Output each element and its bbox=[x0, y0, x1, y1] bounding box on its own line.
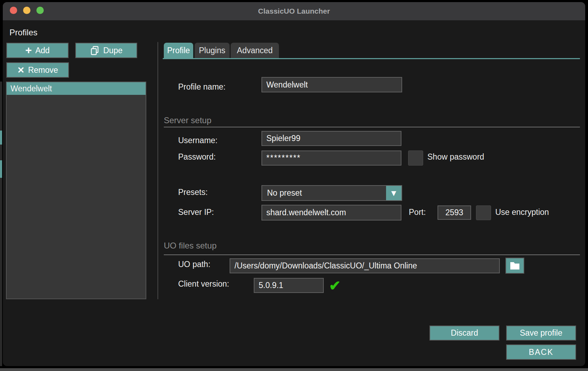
panel-divider bbox=[158, 42, 158, 299]
uo-files-setup-rule bbox=[164, 254, 580, 255]
tab-underline bbox=[163, 58, 580, 59]
close-button[interactable] bbox=[10, 7, 17, 14]
add-button-label: Add bbox=[35, 46, 50, 55]
client-version-input[interactable] bbox=[254, 278, 324, 293]
zoom-button[interactable] bbox=[36, 7, 44, 14]
screen: ClassicUO Launcher Profiles + Add Dupe ✕… bbox=[0, 0, 588, 371]
copy-icon bbox=[90, 46, 100, 55]
x-icon: ✕ bbox=[17, 66, 24, 75]
tab-plugins[interactable]: Plugins bbox=[195, 43, 230, 58]
presets-dropdown[interactable]: No preset ▼ bbox=[261, 185, 402, 201]
discard-button[interactable]: Discard bbox=[429, 326, 499, 341]
check-icon: ✔ bbox=[329, 279, 341, 293]
password-input[interactable] bbox=[261, 150, 401, 166]
background-window-sliver bbox=[0, 82, 2, 366]
use-encryption-label: Use encryption bbox=[495, 206, 549, 218]
save-profile-button[interactable]: Save profile bbox=[506, 326, 576, 341]
launcher-window: ClassicUO Launcher Profiles + Add Dupe ✕… bbox=[3, 2, 585, 366]
server-ip-label: Server IP: bbox=[178, 206, 214, 218]
profile-list-item-selected[interactable]: Wendelwelt bbox=[7, 82, 146, 95]
dupe-profile-button[interactable]: Dupe bbox=[75, 43, 137, 58]
remove-button-label: Remove bbox=[28, 65, 58, 75]
background-sliver-teal bbox=[0, 131, 2, 145]
dropdown-arrow-icon[interactable]: ▼ bbox=[386, 186, 401, 200]
profiles-heading: Profiles bbox=[9, 27, 37, 38]
folder-icon bbox=[510, 261, 520, 270]
tab-advanced[interactable]: Advanced bbox=[231, 43, 279, 58]
remove-profile-button[interactable]: ✕ Remove bbox=[6, 62, 69, 78]
profile-name-input[interactable] bbox=[261, 77, 402, 92]
client-version-label: Client version: bbox=[178, 278, 229, 289]
background-window-edge bbox=[0, 368, 588, 371]
uo-path-input[interactable] bbox=[230, 258, 500, 273]
show-password-label: Show password bbox=[427, 151, 484, 162]
add-profile-button[interactable]: + Add bbox=[6, 43, 69, 58]
server-ip-input[interactable] bbox=[261, 205, 401, 220]
minimize-button[interactable] bbox=[23, 7, 30, 14]
back-button-label: BACK bbox=[529, 348, 554, 357]
discard-button-label: Discard bbox=[451, 328, 478, 338]
titlebar[interactable]: ClassicUO Launcher bbox=[3, 2, 585, 20]
server-setup-heading: Server setup bbox=[164, 114, 211, 127]
save-profile-button-label: Save profile bbox=[520, 328, 562, 338]
plus-icon: + bbox=[25, 44, 32, 56]
profile-name-label: Profile name: bbox=[178, 81, 226, 92]
port-input[interactable] bbox=[438, 205, 471, 220]
server-setup-rule bbox=[164, 127, 580, 127]
use-encryption-checkbox[interactable] bbox=[476, 205, 491, 220]
username-input[interactable] bbox=[261, 131, 401, 146]
dupe-button-label: Dupe bbox=[103, 46, 122, 55]
username-label: Username: bbox=[178, 135, 217, 146]
background-sliver-teal bbox=[0, 160, 2, 178]
show-password-checkbox[interactable] bbox=[408, 150, 423, 166]
window-title: ClassicUO Launcher bbox=[3, 2, 585, 20]
back-button[interactable]: BACK bbox=[506, 344, 576, 360]
presets-selected-value: No preset bbox=[267, 186, 302, 200]
browse-folder-button[interactable] bbox=[505, 258, 524, 274]
profile-list[interactable]: Wendelwelt bbox=[6, 82, 146, 299]
presets-label: Presets: bbox=[178, 187, 208, 198]
password-label: Password: bbox=[178, 151, 216, 162]
uo-files-setup-heading: UO files setup bbox=[164, 239, 217, 252]
uo-path-label: UO path: bbox=[178, 259, 210, 270]
tab-profile[interactable]: Profile bbox=[164, 43, 193, 58]
port-label: Port: bbox=[409, 206, 426, 218]
